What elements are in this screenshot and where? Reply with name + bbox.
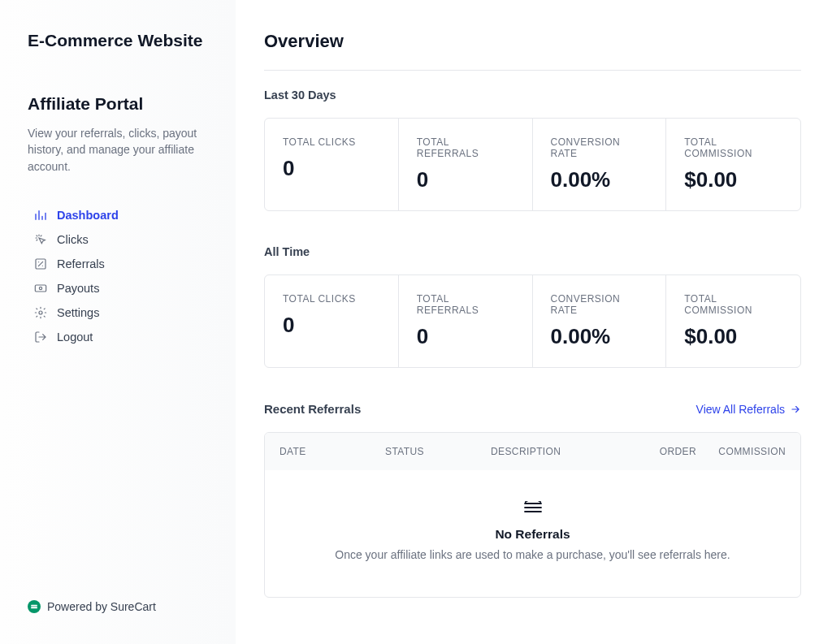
sidebar: E-Commerce Website Affiliate Portal View… (0, 0, 236, 644)
empty-title: No Referrals (281, 527, 784, 542)
stat-value: 0.00% (551, 324, 648, 349)
col-status: STATUS (385, 446, 491, 457)
svg-point-3 (39, 311, 42, 314)
nav-item-logout[interactable]: Logout (28, 326, 208, 348)
surecart-logo-icon (28, 600, 41, 613)
stat-value: $0.00 (684, 324, 782, 349)
nav-label: Clicks (57, 233, 89, 246)
money-icon (34, 282, 47, 295)
stat-conversion-rate: CONVERSION RATE 0.00% (533, 275, 667, 367)
nav-item-payouts[interactable]: Payouts (28, 277, 208, 300)
stat-total-clicks: TOTAL CLICKS 0 (265, 119, 399, 210)
gear-icon (34, 306, 47, 319)
empty-description: Once your affiliate links are used to ma… (281, 548, 784, 561)
svg-rect-1 (35, 285, 46, 292)
portal-title: Affiliate Portal (28, 94, 208, 114)
powered-by-text: Powered by SureCart (47, 600, 156, 613)
col-commission: COMMISSION (696, 446, 786, 457)
last30-heading: Last 30 Days (264, 89, 801, 102)
svg-point-2 (39, 287, 41, 289)
view-all-referrals-link[interactable]: View All Referrals (696, 403, 801, 416)
last30-stats: TOTAL CLICKS 0 TOTAL REFERRALS 0 CONVERS… (264, 118, 801, 211)
nav-label: Payouts (57, 282, 99, 295)
percent-icon (34, 257, 47, 270)
alltime-heading: All Time (264, 245, 801, 258)
nav-item-settings[interactable]: Settings (28, 301, 208, 324)
stat-total-clicks: TOTAL CLICKS 0 (265, 275, 399, 367)
stat-label: TOTAL CLICKS (283, 293, 380, 305)
stat-label: TOTAL CLICKS (283, 136, 380, 148)
sidebar-footer: Powered by SureCart (28, 600, 208, 613)
col-date: DATE (280, 446, 385, 457)
stat-value: 0.00% (551, 167, 648, 192)
page-title: Overview (264, 31, 801, 71)
empty-list-icon (281, 501, 784, 517)
stat-label: CONVERSION RATE (551, 136, 648, 159)
nav-label: Dashboard (57, 209, 119, 222)
referrals-heading: Recent Referrals (264, 402, 361, 416)
stat-value: $0.00 (684, 167, 782, 192)
col-order: ORDER (615, 446, 696, 457)
main-content: Overview Last 30 Days TOTAL CLICKS 0 TOT… (236, 0, 832, 644)
site-title: E-Commerce Website (28, 31, 208, 50)
portal-description: View your referrals, clicks, payout hist… (28, 125, 208, 175)
nav-item-referrals[interactable]: Referrals (28, 253, 208, 275)
stat-total-commission: TOTAL COMMISSION $0.00 (666, 275, 800, 367)
stat-total-referrals: TOTAL REFERRALS 0 (399, 275, 533, 367)
nav-item-clicks[interactable]: Clicks (28, 228, 208, 251)
stat-label: TOTAL REFERRALS (417, 293, 514, 316)
logout-icon (34, 331, 47, 344)
nav-label: Settings (57, 306, 99, 319)
stat-value: 0 (283, 313, 380, 338)
alltime-stats: TOTAL CLICKS 0 TOTAL REFERRALS 0 CONVERS… (264, 274, 801, 368)
nav-item-dashboard[interactable]: Dashboard (28, 204, 208, 227)
table-header: DATE STATUS DESCRIPTION ORDER COMMISSION (265, 433, 800, 470)
stat-value: 0 (283, 156, 380, 181)
stat-conversion-rate: CONVERSION RATE 0.00% (533, 119, 667, 210)
view-all-label: View All Referrals (696, 403, 785, 416)
stat-label: TOTAL REFERRALS (417, 136, 514, 159)
referrals-table: DATE STATUS DESCRIPTION ORDER COMMISSION… (264, 432, 801, 598)
referrals-header: Recent Referrals View All Referrals (264, 402, 801, 416)
stat-label: CONVERSION RATE (551, 293, 648, 316)
sidebar-nav: Dashboard Clicks Referrals Payouts Setti… (28, 204, 208, 348)
bar-chart-icon (34, 209, 47, 222)
col-description: DESCRIPTION (491, 446, 615, 457)
stat-total-referrals: TOTAL REFERRALS 0 (399, 119, 533, 210)
arrow-right-icon (790, 404, 801, 415)
stat-value: 0 (417, 324, 514, 349)
nav-label: Referrals (57, 257, 105, 270)
stat-label: TOTAL COMMISSION (684, 293, 782, 316)
stat-total-commission: TOTAL COMMISSION $0.00 (666, 119, 800, 210)
stat-value: 0 (417, 167, 514, 192)
cursor-click-icon (34, 233, 47, 246)
nav-label: Logout (57, 331, 93, 344)
empty-state: No Referrals Once your affiliate links a… (265, 470, 800, 597)
stat-label: TOTAL COMMISSION (684, 136, 782, 159)
